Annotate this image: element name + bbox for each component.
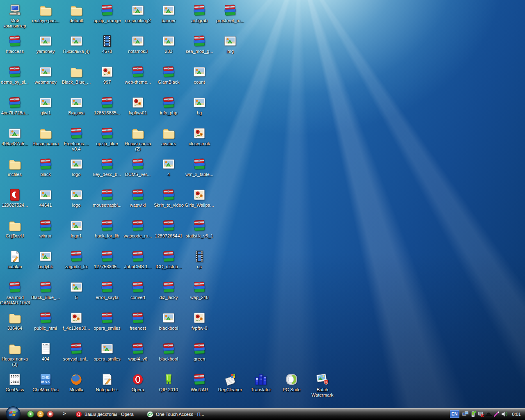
network-monitors-icon[interactable]: [462, 411, 469, 418]
desktop-icon[interactable]: wapwiki: [123, 188, 153, 208]
desktop-icon[interactable]: logo: [62, 157, 91, 177]
desktop-icon[interactable]: bg: [185, 96, 214, 116]
desktop-icon[interactable]: bodybk: [31, 249, 60, 269]
desktop-icon[interactable]: hack_for_lib: [92, 219, 122, 239]
desktop-icon[interactable]: htaccess: [0, 34, 30, 54]
desktop-icon[interactable]: logo: [62, 188, 91, 208]
desktop-icon[interactable]: upzip_blue: [92, 126, 122, 146]
desktop-icon[interactable]: mousetrapbi...: [92, 188, 122, 208]
desktop-icon[interactable]: wap_248: [185, 280, 214, 300]
desktop-icon[interactable]: 44641: [31, 188, 60, 208]
desktop-icon[interactable]: realnye-pac...: [31, 3, 60, 23]
desktop-icon[interactable]: FreeIcons.... v0.4: [62, 126, 91, 152]
quicklaunch-chevron[interactable]: >: [63, 411, 66, 416]
hat-icon[interactable]: [485, 411, 492, 418]
desktop-icon[interactable]: Batch Watermark: [308, 372, 337, 398]
desktop-icon[interactable]: wapcode_ru...: [123, 219, 153, 239]
desktop-icon[interactable]: avatars: [154, 126, 183, 146]
desktop-icon[interactable]: Видюха: [62, 96, 91, 116]
desktop-icon[interactable]: Новая папка (3): [0, 342, 30, 367]
desktop-icon[interactable]: logo1: [62, 219, 91, 239]
desktop-icon[interactable]: Mozilla: [62, 372, 91, 393]
desktop-icon[interactable]: zagadki_fix: [62, 249, 91, 269]
taskbar-window-button[interactable]: Ваши десктопы - Opera: [72, 408, 144, 420]
desktop-icon[interactable]: PC Suite: [277, 372, 306, 393]
desktop-icon[interactable]: JohnCMS.1...: [123, 249, 153, 269]
desktop-icon[interactable]: blackbool: [154, 311, 183, 331]
desktop-icon[interactable]: public_html: [31, 311, 60, 331]
desktop-icon[interactable]: sea_mod_g...: [185, 34, 214, 54]
play-button[interactable]: [27, 411, 34, 418]
volume-icon[interactable]: [501, 411, 508, 418]
desktop-icon[interactable]: closesmok: [185, 126, 214, 146]
desktop-icon[interactable]: 404: [31, 342, 60, 362]
desktop-icon[interactable]: GrjjDovU: [0, 219, 30, 239]
desktop-icon[interactable]: no-smoking2: [123, 3, 153, 23]
desktop-icon[interactable]: black: [31, 157, 60, 177]
desktop-icon[interactable]: QIP 2010: [154, 372, 183, 393]
desktop-icon[interactable]: DCMS_ver...: [123, 157, 153, 177]
desktop-icon[interactable]: 5: [62, 280, 91, 300]
desktop-icon[interactable]: freehost: [123, 311, 153, 331]
language-indicator[interactable]: EN: [450, 410, 459, 418]
desktop-icon[interactable]: antigrab: [185, 3, 214, 23]
desktop-icon[interactable]: Писюлька ))): [62, 34, 91, 54]
desktop-icon[interactable]: fvpftw-01: [123, 96, 153, 116]
desktop-icon[interactable]: 498a487a5...: [0, 126, 30, 146]
desktop-icon[interactable]: f_4c13ee30...: [62, 311, 91, 331]
desktop-icon[interactable]: Black_Blue_...: [62, 65, 91, 85]
desktop-icon[interactable]: img: [215, 34, 245, 54]
desktop-icon[interactable]: winrar: [31, 219, 60, 239]
desktop-icon[interactable]: Мой компьютер: [0, 3, 30, 29]
desktop-icon[interactable]: dems_by_si...: [0, 65, 30, 85]
desktop-icon[interactable]: webmoney: [31, 65, 60, 85]
desktop-icon[interactable]: 233: [154, 34, 183, 54]
desktop-icon[interactable]: info_php: [154, 96, 183, 116]
desktop-icon[interactable]: qiwi1: [31, 96, 60, 116]
desktop-icon[interactable]: fvpftw-0: [185, 311, 214, 331]
stylus-icon[interactable]: [493, 411, 500, 418]
desktop-icon[interactable]: RegCleaner: [215, 372, 245, 393]
desktop-icon[interactable]: notsmok3: [123, 34, 153, 54]
desktop-icon[interactable]: Opera: [123, 372, 153, 393]
desktop-icon[interactable]: default: [62, 3, 91, 23]
desktop-icon[interactable]: statistik_v5_1: [185, 219, 214, 239]
desktop-icon[interactable]: Translator: [246, 372, 276, 393]
desktop-icon[interactable]: wm_x_table...: [185, 157, 214, 177]
desktop-icon[interactable]: Новая папка (2): [123, 126, 153, 152]
desktop-icon[interactable]: upzip_orange: [92, 3, 122, 23]
desktop-icon[interactable]: 4578: [92, 34, 122, 54]
desktop-icon[interactable]: diz_lacky: [154, 280, 183, 300]
desktop-icon[interactable]: opera_smiles: [92, 342, 122, 362]
desktop-icon[interactable]: Notepad++: [92, 372, 122, 393]
phone-sync-icon[interactable]: [470, 411, 477, 418]
desktop-icon[interactable]: convert: [123, 280, 153, 300]
desktop-icon[interactable]: web-theme...: [123, 65, 153, 85]
desktop-icon[interactable]: CHE MAXCheMax Rus: [31, 372, 60, 393]
desktop-icon[interactable]: catalan: [0, 249, 30, 269]
desktop-icon[interactable]: key_desc_b...: [92, 157, 122, 177]
desktop-icon[interactable]: 997: [92, 65, 122, 85]
start-button[interactable]: [5, 406, 21, 420]
desktop-icon[interactable]: ???? passGenPass: [0, 372, 30, 393]
desktop-icon[interactable]: 4: [154, 157, 183, 177]
desktop-icon[interactable]: prostreet_m...: [215, 3, 245, 23]
desktop-icon[interactable]: yamoney: [31, 34, 60, 54]
desktop-icon[interactable]: 12897265441: [154, 219, 183, 239]
desktop-icon[interactable]: Skrin_to_video: [154, 188, 183, 208]
desktop-icon[interactable]: 127753305...: [92, 249, 122, 269]
desktop-icon[interactable]: Girls_Wallpa...: [185, 188, 214, 208]
desktop-icon[interactable]: green: [185, 342, 214, 362]
desktop-icon[interactable]: 128516835...: [92, 96, 122, 116]
desktop-icon[interactable]: 4ce7fb728a...: [0, 96, 30, 116]
taskbar-window-button[interactable]: One Touch Access - П...: [144, 408, 215, 420]
desktop-icon[interactable]: opera_smiles: [92, 311, 122, 331]
stop-button[interactable]: [47, 411, 54, 418]
desktop-icon[interactable]: incfiles: [0, 157, 30, 177]
desktop-icon[interactable]: sonysd_uni...: [62, 342, 91, 362]
desktop-icon[interactable]: count: [185, 65, 214, 85]
desktop-icon[interactable]: banner: [154, 3, 183, 23]
eject-button[interactable]: [37, 411, 44, 418]
desktop-icon[interactable]: ICQ_distrib...: [154, 249, 183, 269]
desktop-icon[interactable]: qs: [185, 249, 214, 269]
